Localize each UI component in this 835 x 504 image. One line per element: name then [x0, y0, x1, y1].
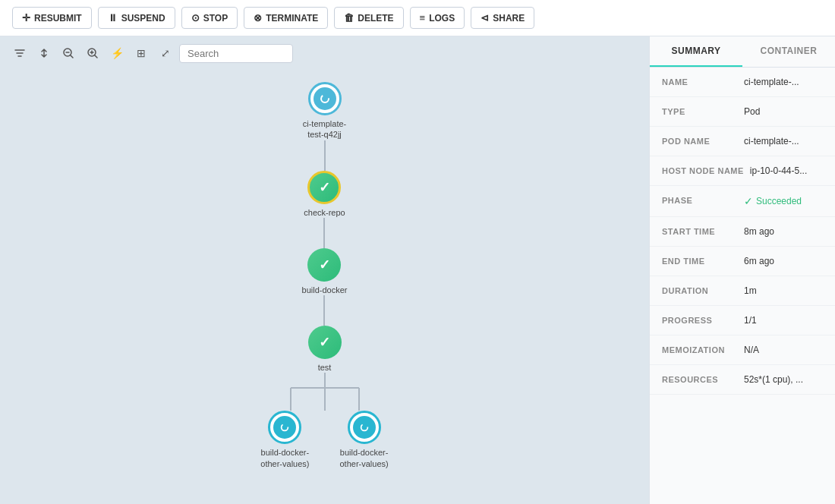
- spinner-icon: [279, 422, 290, 433]
- svg-point-7: [282, 424, 288, 431]
- checkmark-icon: ✓: [319, 179, 330, 196]
- info-row-resources: RESOURCES 52s*(1 cpu), ...: [650, 365, 835, 395]
- node-test: ✓ test: [308, 326, 342, 373]
- tab-summary[interactable]: SUMMARY: [650, 36, 742, 67]
- phase-check-icon: ✓: [744, 195, 753, 207]
- label-phase: PHASE: [662, 195, 738, 205]
- node-label-ci-template: ci-template-test-q42jj: [303, 118, 346, 140]
- share-button[interactable]: ⊲ SHARE: [471, 7, 534, 29]
- search-input[interactable]: [179, 44, 293, 63]
- sort-button[interactable]: [33, 43, 55, 64]
- svg-point-2: [321, 95, 329, 102]
- graph-panel: ⚡ ⊞ ⤢ ci-template-test-q42jj: [0, 36, 649, 504]
- terminate-icon: ⊗: [254, 12, 262, 24]
- checkmark-icon: ✓: [319, 334, 330, 351]
- autofit-button[interactable]: ⚡: [106, 43, 128, 64]
- plus-icon: ✛: [22, 12, 30, 24]
- spinner-icon: [359, 422, 370, 433]
- stop-button[interactable]: ⊙ STOP: [181, 7, 238, 29]
- layout-button[interactable]: ⊞: [131, 43, 152, 64]
- label-duration: DURATION: [662, 285, 738, 295]
- suspend-button[interactable]: ⏸ SUSPEND: [98, 7, 175, 29]
- connector: [323, 218, 325, 248]
- value-memoization: N/A: [744, 345, 823, 355]
- sort-icon: [38, 47, 50, 59]
- node-circle-test[interactable]: ✓: [308, 326, 342, 359]
- pause-icon: ⏸: [108, 12, 118, 24]
- node-ci-template: ci-template-test-q42jj: [303, 82, 346, 171]
- label-name: NAME: [662, 77, 738, 87]
- node-circle-check-repo[interactable]: ✓: [307, 171, 341, 204]
- zoom-in-icon: [87, 47, 99, 59]
- delete-label: DELETE: [358, 13, 393, 24]
- fork-branch-left: build-docker-other-values): [260, 411, 309, 469]
- zoom-out-icon: [62, 47, 74, 59]
- info-row-host-node: HOST NODE NAME ip-10-0-44-5...: [650, 156, 835, 186]
- spinner-icon: [319, 93, 331, 105]
- connector: [323, 295, 325, 326]
- node-label-check-repo: check-repo: [304, 207, 345, 218]
- value-type: Pod: [744, 106, 823, 117]
- node-label-test: test: [318, 362, 332, 373]
- logs-button[interactable]: ≡ LOGS: [410, 7, 465, 29]
- share-label: SHARE: [493, 13, 525, 24]
- node-circle-build-docker[interactable]: ✓: [307, 248, 341, 282]
- zoom-out-button[interactable]: [58, 43, 79, 64]
- node-circle-build-other-2[interactable]: [348, 411, 381, 444]
- share-icon: ⊲: [481, 12, 489, 24]
- value-progress: 1/1: [744, 315, 823, 326]
- label-start-time: START TIME: [662, 226, 738, 236]
- stop-icon: ⊙: [191, 12, 200, 24]
- node-label-build-other-2: build-docker-other-values): [340, 447, 389, 469]
- info-row-progress: PROGRESS 1/1: [650, 306, 835, 335]
- label-progress: PROGRESS: [662, 315, 738, 325]
- terminate-button[interactable]: ⊗ TERMINATE: [244, 7, 328, 29]
- node-build-docker: ✓ build-docker: [302, 248, 348, 326]
- node-circle-build-other-1[interactable]: [268, 411, 301, 444]
- logs-label: LOGS: [429, 13, 455, 24]
- label-end-time: END TIME: [662, 256, 738, 266]
- value-end-time: 6m ago: [744, 256, 823, 266]
- resubmit-button[interactable]: ✛ RESUBMIT: [12, 7, 92, 29]
- right-panel: SUMMARY CONTAINER NAME ci-template-... T…: [649, 36, 835, 504]
- delete-button[interactable]: 🗑 DELETE: [334, 7, 403, 29]
- value-name: ci-template-...: [744, 77, 823, 87]
- fork-nodes: build-docker-other-values) build-docker-…: [260, 411, 388, 469]
- node-label-build-other-1: build-docker-other-values): [260, 447, 309, 469]
- logs-icon: ≡: [420, 12, 426, 24]
- label-resources: RESOURCES: [662, 374, 738, 384]
- node-label-build-docker: build-docker: [302, 285, 348, 295]
- right-panel-content: NAME ci-template-... TYPE Pod POD NAME c…: [650, 68, 835, 504]
- value-resources: 52s*(1 cpu), ...: [744, 374, 823, 385]
- zoom-in-button[interactable]: [82, 43, 103, 64]
- stop-label: STOP: [203, 13, 228, 24]
- value-start-time: 8m ago: [744, 226, 823, 237]
- connector: [324, 140, 326, 171]
- node-circle-ci-template[interactable]: [308, 82, 342, 115]
- resubmit-label: RESUBMIT: [34, 13, 82, 24]
- fork-branch-right: build-docker-other-values): [340, 411, 389, 469]
- info-row-start-time: START TIME 8m ago: [650, 217, 835, 247]
- label-type: TYPE: [662, 106, 738, 116]
- filter-button[interactable]: [9, 43, 30, 64]
- info-row-duration: DURATION 1m: [650, 276, 835, 306]
- value-duration: 1m: [744, 285, 823, 296]
- info-row-phase: PHASE ✓ Succeeded: [650, 186, 835, 217]
- tab-container[interactable]: CONTAINER: [742, 36, 835, 67]
- info-row-name: NAME ci-template-...: [650, 68, 835, 97]
- node-check-repo: ✓ check-repo: [304, 171, 345, 248]
- main-area: ⚡ ⊞ ⤢ ci-template-test-q42jj: [0, 36, 835, 504]
- value-host-node: ip-10-0-44-5...: [750, 165, 823, 176]
- right-panel-tabs: SUMMARY CONTAINER: [650, 36, 835, 68]
- graph-canvas: ci-template-test-q42jj ✓ check-repo ✓: [0, 74, 649, 504]
- fullscreen-button[interactable]: ⤢: [155, 43, 176, 64]
- label-pod-name: POD NAME: [662, 136, 738, 146]
- info-row-pod-name: POD NAME ci-template-...: [650, 127, 835, 156]
- terminate-label: TERMINATE: [266, 13, 318, 24]
- graph-nodes: ci-template-test-q42jj ✓ check-repo ✓: [260, 74, 388, 504]
- trash-icon: 🗑: [344, 12, 354, 24]
- info-row-type: TYPE Pod: [650, 97, 835, 127]
- info-row-end-time: END TIME 6m ago: [650, 247, 835, 276]
- label-host-node: HOST NODE NAME: [662, 165, 744, 175]
- svg-point-8: [361, 424, 367, 431]
